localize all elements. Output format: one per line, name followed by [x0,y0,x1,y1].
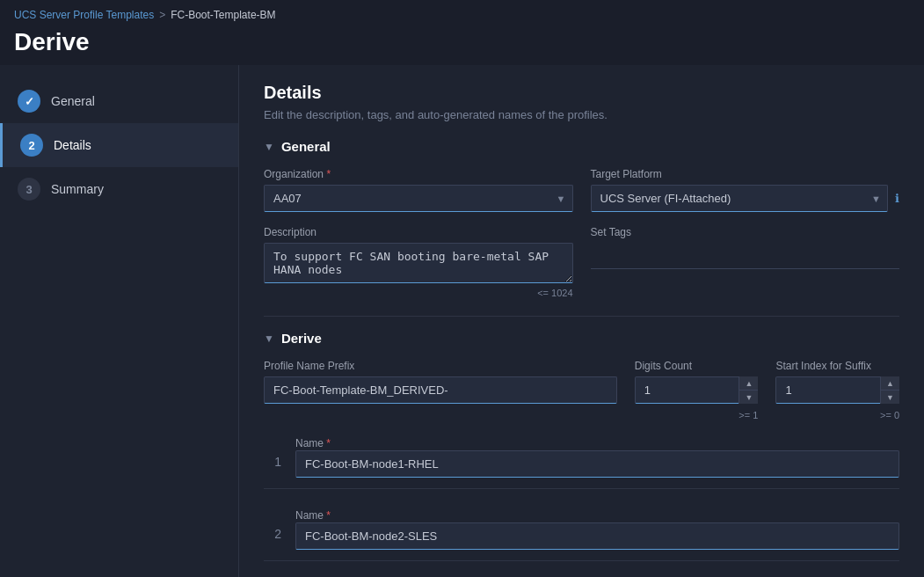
name2-required-marker: * [326,509,331,522]
general-section: ▼ General Organization * AA07 ▼ [264,139,899,298]
derive-section-header[interactable]: ▼ Derive [264,331,899,346]
name-entry-1: 1 Name * [264,435,899,489]
suffix-min-hint: >= 0 [775,410,899,420]
step-number-summary: 3 [18,178,40,201]
sidebar-item-label-summary: Summary [51,182,104,196]
target-platform-select[interactable]: UCS Server (FI-Attached) [591,185,889,212]
description-label: Description [264,226,573,238]
entry-field-1: Name * [295,435,899,478]
breadcrumb-parent-link[interactable]: UCS Server Profile Templates [14,9,154,21]
derive-section: ▼ Derive Profile Name Prefix Digits Coun… [264,316,899,561]
description-tags-row: Description To support FC SAN booting ba… [264,226,899,298]
tags-label: Set Tags [591,226,900,238]
name1-required-marker: * [326,437,331,449]
sidebar-item-details[interactable]: 2 Details [0,123,238,167]
digits-group: Digits Count ▲ ▼ >= 1 [635,360,759,420]
breadcrumb-separator: > [159,9,165,21]
digits-spinner-controls: ▲ ▼ [738,376,758,404]
entry-number-1: 1 [264,455,281,478]
description-input-wrapper: To support FC SAN booting bare-metal SAP… [264,243,573,298]
name-entry-2: 2 Name * [264,507,899,561]
content-subtitle: Edit the description, tags, and auto-gen… [264,108,899,121]
description-char-hint: <= 1024 [264,288,573,298]
derive-fields-row: Profile Name Prefix Digits Count ▲ ▼ >= … [264,360,899,420]
suffix-increment-button[interactable]: ▲ [881,376,899,391]
suffix-spinner: ▲ ▼ [775,376,899,404]
chevron-down-icon: ▼ [264,141,274,153]
suffix-decrement-button[interactable]: ▼ [881,391,899,404]
digits-min-hint: >= 1 [635,410,759,420]
suffix-label: Start Index for Suffix [775,360,899,372]
tags-group: Set Tags [591,226,900,298]
target-platform-label: Target Platform [591,168,900,180]
digits-decrement-button[interactable]: ▼ [739,391,758,404]
main-layout: ✓ General 2 Details 3 Summary Details Ed… [0,65,924,577]
breadcrumb-current: FC-Boot-Template-BM [171,9,275,21]
sidebar-item-label-general: General [51,94,95,108]
sidebar: ✓ General 2 Details 3 Summary [0,65,239,577]
step-number-general: ✓ [18,90,40,113]
description-textarea[interactable]: To support FC SAN booting bare-metal SAP… [264,243,573,283]
name-input-2[interactable] [295,522,899,550]
suffix-group: Start Index for Suffix ▲ ▼ >= 0 [775,360,899,420]
target-platform-select-wrapper: UCS Server (FI-Attached) ▼ [591,185,889,212]
name-input-1[interactable] [295,450,899,478]
org-platform-row: Organization * AA07 ▼ Target Platform [264,168,899,212]
org-required-marker: * [326,168,331,180]
info-icon[interactable]: ℹ [895,192,899,205]
organization-label: Organization * [264,168,573,180]
derive-section-title: Derive [281,331,322,346]
digits-spinner: ▲ ▼ [635,376,759,404]
organization-group: Organization * AA07 ▼ [264,168,573,212]
content-area: Details Edit the description, tags, and … [239,65,924,577]
suffix-spinner-controls: ▲ ▼ [880,376,899,404]
prefix-group: Profile Name Prefix [264,360,617,420]
digits-label: Digits Count [635,360,759,372]
target-platform-row: UCS Server (FI-Attached) ▼ ℹ [591,185,900,212]
entry-field-2: Name * [295,507,899,550]
description-group: Description To support FC SAN booting ba… [264,226,573,298]
check-icon: ✓ [25,95,34,108]
general-section-title: General [281,139,331,154]
page-title: Derive [0,25,924,65]
target-platform-group: Target Platform UCS Server (FI-Attached)… [591,168,900,212]
tags-input[interactable] [591,243,900,269]
entry-number-2: 2 [264,527,281,550]
name-label-2: Name * [295,509,331,522]
name-label-1: Name * [295,437,331,449]
sidebar-item-general[interactable]: ✓ General [0,79,238,123]
derive-chevron-icon: ▼ [264,332,274,345]
step-number-details: 2 [20,134,43,157]
prefix-label: Profile Name Prefix [264,360,617,372]
breadcrumb: UCS Server Profile Templates > FC-Boot-T… [0,0,924,25]
organization-select[interactable]: AA07 [264,185,573,212]
content-title: Details [264,83,899,103]
sidebar-item-label-details: Details [54,138,91,152]
general-section-header[interactable]: ▼ General [264,139,899,154]
digits-increment-button[interactable]: ▲ [739,376,758,391]
sidebar-item-summary[interactable]: 3 Summary [0,167,238,211]
prefix-input[interactable] [264,376,617,404]
organization-select-wrapper: AA07 ▼ [264,185,573,212]
